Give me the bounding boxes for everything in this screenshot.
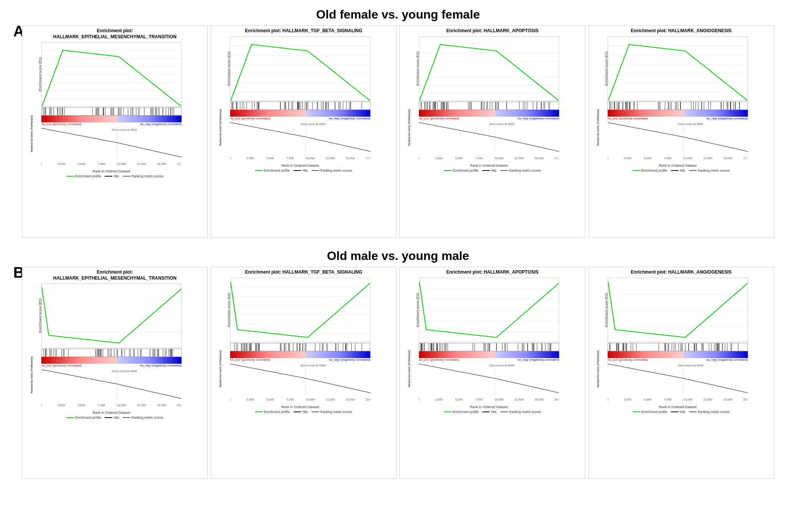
legend-ranking-label: Ranking metric scores: [132, 174, 163, 178]
x-axis-area-b4: 02,5005,0007,50010,00012,50015,00020,000…: [608, 395, 748, 409]
enrichment-chart-a3: 0.70.60.50.40.30.20.10.0-0.1: [419, 36, 559, 101]
plot-title-a4: Enrichment plot: HALLMARK_ANGIOGENESIS: [589, 26, 774, 35]
svg-text:15,000: 15,000: [534, 156, 544, 160]
svg-text:5,000: 5,000: [266, 398, 274, 401]
legend-black-line: [671, 412, 678, 412]
corr-pos-label: na_pos' (positively correlated): [41, 122, 81, 126]
zero-cross-label: Zero cross at 9588: [489, 364, 515, 367]
svg-text:15,000: 15,000: [157, 162, 166, 166]
svg-text:12,500: 12,500: [326, 398, 335, 401]
svg-text:0: 0: [41, 404, 42, 407]
hits-bar-a1: [41, 107, 182, 116]
gradient-blue: [495, 351, 559, 358]
legend-enrichment: Enrichment profile: [66, 416, 101, 419]
ranked-y-label: Ranked list metric (PreRanked): [597, 128, 599, 146]
x-axis-ticks-b1: 02,5005,0007,50010,00012,50015,00020,000: [41, 401, 182, 408]
x-axis-label: Rank in Ordered Dataset: [230, 405, 370, 409]
svg-text:7,500: 7,500: [287, 398, 295, 401]
ranked-metric-area-b4: Ranked list metric (PreRanked) 010020030…: [589, 362, 774, 394]
enrichment-chart-b3: 0.0-0.1-0.2-0.3-0.4-0.5-0.6: [419, 278, 559, 342]
svg-text:7,500: 7,500: [98, 162, 106, 166]
x-axis-area-a1: 02,5005,0007,50010,00012,50015,00017,500…: [41, 160, 182, 173]
x-axis-area-b2: 02,5005,0007,50010,00012,50015,00020,000…: [230, 395, 370, 409]
svg-text:12,500: 12,500: [137, 404, 146, 407]
svg-text:5,000: 5,000: [78, 404, 86, 407]
legend-gray-line: [500, 170, 508, 171]
gradient-bar-a4: [608, 110, 748, 117]
zero-cross-label: Zero cross at 9502: [112, 128, 137, 131]
y-axis-label: Enrichment score (ES): [38, 57, 42, 92]
enrichment-chart-a4: 0.70.60.50.40.30.20.10.0: [608, 36, 748, 101]
legend-enrichment: Enrichment profile: [255, 410, 290, 414]
legend-ranking-label: Ranking metric scores: [509, 169, 541, 172]
zero-cross-label: Zero cross at 9588: [678, 364, 704, 367]
legend-ranking: Ranking metric scores: [500, 169, 541, 172]
legend-hits: Hits: [482, 410, 497, 414]
correlation-labels-b2: na_pos' (positively correlated) na_neg' …: [230, 358, 370, 361]
ranked-metric-area-a3: Ranked list metric (PreRanked) 012525037…: [400, 121, 585, 153]
legend-ranking-label: Ranking metric scores: [320, 410, 352, 414]
enrichment-chart-a2: 0.70.60.50.40.30.20.10.0: [230, 36, 370, 101]
section-a-title: Old female vs. young female: [11, 8, 785, 22]
svg-text:5,000: 5,000: [78, 162, 86, 166]
legend-green-line: [255, 170, 263, 171]
corr-neg-label: na_neg' (negatively correlated): [329, 358, 370, 361]
x-axis-area-b1: 02,5005,0007,50010,00012,50015,00020,000…: [41, 401, 182, 415]
ranked-metric-area-b3: Ranked list metric (PreRanked) 010020030…: [400, 362, 585, 394]
svg-text:20,000: 20,000: [366, 398, 370, 401]
ranked-metric-area-a1: Ranked list metric (PreRanked) 012525037…: [22, 127, 207, 159]
legend-hits: Hits: [671, 410, 685, 414]
legend-black-line: [482, 170, 490, 171]
svg-text:0: 0: [41, 162, 42, 166]
legend-hits: Hits: [105, 416, 119, 419]
x-axis-label: Rank in Ordered Dataset: [608, 164, 748, 167]
gradient-bar-b1: [41, 357, 182, 364]
correlation-labels-a3: na_pos' (positively correlated) na_neg' …: [419, 117, 559, 120]
plot-title-b2: Enrichment plot: HALLMARK_TGF_BETA_SIGNA…: [211, 267, 396, 276]
corr-neg-label: na_neg' (negatively correlated): [517, 358, 559, 361]
legend-black-line: [293, 170, 301, 171]
legend-black-line: [105, 176, 112, 177]
legend-green-line: [255, 412, 263, 412]
hits-bar-a3: [419, 102, 559, 110]
svg-text:0: 0: [230, 398, 231, 401]
x-axis-label: Rank in Ordered Dataset: [608, 405, 748, 409]
svg-text:12,500: 12,500: [703, 398, 713, 401]
plot-title-b1: Enrichment plot:HALLMARK_EPITHELIAL_MESE…: [22, 267, 207, 282]
enrichment-chart-b4: 0.0-0.2-0.4-0.6-0.8: [608, 278, 748, 342]
x-axis-ticks-a4: 02,5005,0007,50010,00012,50015,00017,500: [608, 154, 748, 161]
svg-text:7,500: 7,500: [287, 156, 295, 160]
legend-enrichment-label: Enrichment profile: [264, 410, 290, 414]
gradient-blue: [117, 116, 182, 122]
hits-bar-b3: [419, 343, 559, 351]
x-axis-label: Rank in Ordered Dataset: [41, 411, 182, 415]
legend-hits-label: Hits: [491, 169, 497, 172]
legend-enrichment-label: Enrichment profile: [264, 169, 290, 172]
legend-hits-label: Hits: [113, 174, 119, 178]
plot-a1: Enrichment plot:HALLMARK_EPITHELIAL_MESE…: [22, 25, 208, 238]
legend-ranking-label: Ranking metric scores: [698, 410, 730, 414]
plot-b1: Enrichment plot:HALLMARK_EPITHELIAL_MESE…: [22, 267, 208, 479]
gradient-red: [608, 351, 683, 358]
svg-text:0: 0: [608, 398, 609, 401]
zero-cross-label: Zero cross at 9502: [489, 122, 515, 126]
plot-b2: Enrichment plot: HALLMARK_TGF_BETA_SIGNA…: [211, 267, 396, 479]
correlation-labels-a2: na_pos' (positively correlated) na_neg' …: [230, 117, 370, 120]
y-axis-label: Enrichment score (ES): [227, 51, 231, 86]
y-axis-label: Enrichment score (ES): [416, 51, 420, 86]
svg-text:5,000: 5,000: [266, 156, 274, 160]
plot-title-a3: Enrichment plot: HALLMARK_APOPTOSIS: [400, 26, 585, 35]
legend-hits-label: Hits: [491, 410, 497, 414]
legend-enrichment: Enrichment profile: [255, 169, 290, 172]
enrichment-chart-b1: 0.0-0.2-0.4-0.6-0.8: [41, 283, 182, 348]
section-b-plots: Enrichment plot:HALLMARK_EPITHELIAL_MESE…: [11, 267, 785, 479]
x-axis-area-a2: 02,5005,0007,50010,00012,50015,00017,500…: [230, 154, 370, 167]
corr-neg-label: na_neg' (negatively correlated): [706, 117, 748, 120]
zero-cross-label: Zero cross at 9588: [301, 364, 326, 367]
legend-hits: Hits: [293, 169, 308, 172]
gradient-bar-a2: [230, 110, 370, 117]
legend-black-line: [482, 412, 490, 412]
legend-enrichment-label: Enrichment profile: [453, 410, 479, 414]
legend-ranking: Ranking metric scores: [312, 410, 352, 414]
corr-pos-label: na_pos' (positively correlated): [608, 358, 648, 361]
